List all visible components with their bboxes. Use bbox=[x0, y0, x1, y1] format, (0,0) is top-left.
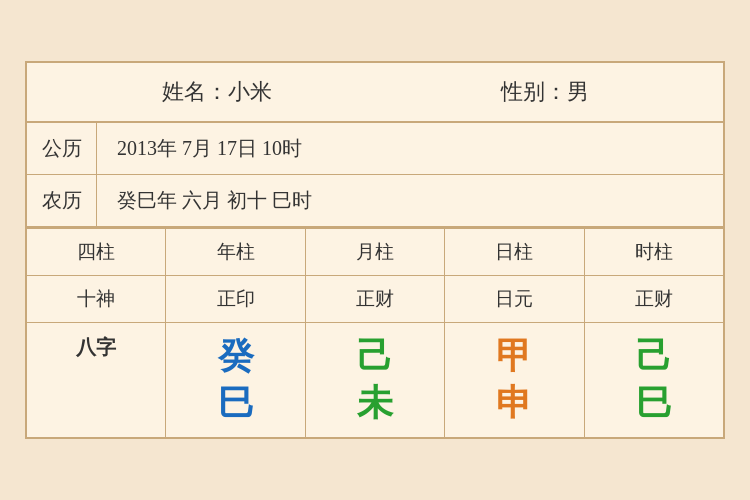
name-label: 姓名：小米 bbox=[162, 77, 272, 107]
shishen-0: 正印 bbox=[166, 276, 305, 322]
bazi-bottom-1: 未 bbox=[357, 382, 393, 425]
bazi-label: 八字 bbox=[76, 335, 116, 359]
bazi-col-0: 癸 巳 bbox=[166, 323, 305, 437]
lunar-label: 农历 bbox=[27, 175, 97, 226]
bazi-top-2: 甲 bbox=[496, 335, 532, 378]
main-container: 姓名：小米 性别：男 公历 2013年 7月 17日 10时 农历 癸巳年 六月… bbox=[25, 61, 725, 439]
nianzhu-header: 年柱 bbox=[166, 229, 305, 275]
shishen-2: 日元 bbox=[445, 276, 584, 322]
gregorian-value: 2013年 7月 17日 10时 bbox=[97, 123, 723, 174]
gregorian-label: 公历 bbox=[27, 123, 97, 174]
sizhu-label: 四柱 bbox=[27, 229, 166, 275]
bazi-bottom-3: 巳 bbox=[636, 382, 672, 425]
bazi-top-3: 己 bbox=[636, 335, 672, 378]
shishen-1: 正财 bbox=[306, 276, 445, 322]
shishen-label: 十神 bbox=[27, 276, 166, 322]
shishen-3: 正财 bbox=[585, 276, 723, 322]
columns-header-row: 四柱 年柱 月柱 日柱 时柱 bbox=[27, 227, 723, 276]
bazi-col-2: 甲 申 bbox=[445, 323, 584, 437]
bazi-row: 八字 癸 巳 己 未 甲 申 己 巳 bbox=[27, 323, 723, 437]
lunar-row: 农历 癸巳年 六月 初十 巳时 bbox=[27, 175, 723, 227]
shizhu-header: 时柱 bbox=[585, 229, 723, 275]
gregorian-row: 公历 2013年 7月 17日 10时 bbox=[27, 123, 723, 175]
bazi-label-cell: 八字 bbox=[27, 323, 166, 437]
bazi-col-3: 己 巳 bbox=[585, 323, 723, 437]
gender-label: 性别：男 bbox=[501, 77, 589, 107]
bazi-top-1: 己 bbox=[357, 335, 393, 378]
rizhu-header: 日柱 bbox=[445, 229, 584, 275]
bazi-top-0: 癸 bbox=[218, 335, 254, 378]
yuezhu-header: 月柱 bbox=[306, 229, 445, 275]
bazi-bottom-0: 巳 bbox=[218, 382, 254, 425]
bazi-col-1: 己 未 bbox=[306, 323, 445, 437]
lunar-value: 癸巳年 六月 初十 巳时 bbox=[97, 175, 723, 226]
header-row: 姓名：小米 性别：男 bbox=[27, 63, 723, 123]
shishen-row: 十神 正印 正财 日元 正财 bbox=[27, 276, 723, 323]
bazi-bottom-2: 申 bbox=[496, 382, 532, 425]
